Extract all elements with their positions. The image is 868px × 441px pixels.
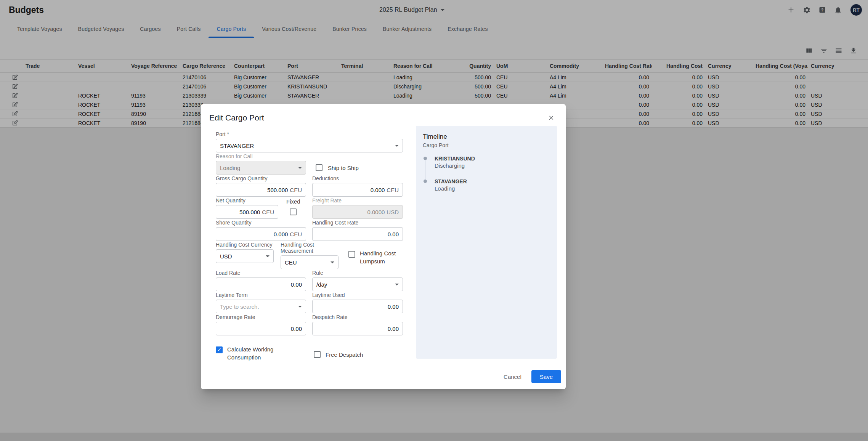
net-quantity-unit: CEU	[262, 209, 274, 215]
port-value: STAVANGER	[220, 143, 254, 149]
fixed-label: Fixed	[286, 197, 300, 205]
laytime-term-input[interactable]	[220, 303, 298, 310]
despatch-rate-field	[312, 322, 403, 335]
handling-cost-currency-select[interactable]: USD	[216, 249, 274, 263]
gross-cargo-quantity-unit: CEU	[290, 187, 302, 193]
net-quantity-label: Net Quantity	[216, 197, 278, 204]
rule-value: /day	[316, 281, 327, 288]
calculate-working-consumption-label: Calculate Working Consumption	[227, 345, 281, 361]
timeline-entries: KRISTIANSUNDDischargingSTAVANGERLoading	[423, 156, 550, 192]
net-quantity-input[interactable]	[220, 209, 260, 215]
shore-quantity-input[interactable]	[220, 231, 288, 237]
laytime-term-label: Laytime Term	[216, 292, 306, 298]
reason-for-call-select: Loading	[216, 161, 306, 175]
shore-quantity-label: Shore Quantity	[216, 220, 306, 226]
edit-cargo-port-dialog: Edit Cargo Port Port * STAVANGER Reason …	[201, 104, 566, 389]
rule-select[interactable]: /day	[312, 277, 403, 291]
despatch-rate-label: Despatch Rate	[312, 314, 403, 320]
timeline-dot-icon	[424, 180, 427, 183]
freight-rate-field: USD	[312, 205, 403, 219]
handling-cost-rate-field	[312, 227, 403, 241]
timeline-activity: Loading	[435, 185, 550, 192]
despatch-rate-input[interactable]	[316, 326, 399, 332]
handling-cost-measurement-label: Handling Cost Measurement	[281, 242, 339, 254]
cancel-button[interactable]: Cancel	[497, 370, 528, 383]
fixed-checkbox[interactable]	[290, 208, 297, 215]
gross-cargo-quantity-input[interactable]	[220, 187, 288, 193]
timeline-title: Timeline	[423, 133, 550, 141]
laytime-term-combobox[interactable]	[216, 300, 306, 313]
chevron-down-icon	[298, 167, 302, 169]
laytime-used-label: Laytime Used	[312, 292, 403, 298]
port-select[interactable]: STAVANGER	[216, 139, 403, 152]
timeline-subtitle: Cargo Port	[423, 142, 550, 149]
freight-rate-label: Freight Rate	[312, 197, 403, 204]
cargo-port-form: Port * STAVANGER Reason for Call Loading	[216, 126, 403, 361]
timeline-dot-icon	[424, 157, 427, 160]
rule-label: Rule	[312, 270, 403, 276]
handling-cost-lumpsum-label: Handling Cost Lumpsum	[360, 249, 403, 265]
close-button[interactable]	[546, 112, 557, 123]
shore-quantity-field: CEU	[216, 227, 306, 241]
timeline-entry: STAVANGERLoading	[423, 178, 550, 192]
handling-cost-rate-label: Handling Cost Rate	[312, 220, 403, 226]
timeline-activity: Discharging	[435, 162, 550, 169]
close-icon	[548, 114, 555, 121]
chevron-down-icon	[266, 255, 270, 257]
freight-rate-input	[316, 209, 385, 215]
demurrage-rate-input[interactable]	[220, 326, 302, 332]
dialog-header: Edit Cargo Port	[201, 104, 566, 123]
dialog-footer: Cancel Save	[497, 370, 561, 383]
reason-for-call-value: Loading	[220, 165, 240, 171]
dialog-body: Port * STAVANGER Reason for Call Loading	[201, 126, 566, 361]
handling-cost-currency-value: USD	[220, 253, 232, 260]
laytime-used-field	[312, 300, 403, 313]
load-rate-label: Load Rate	[216, 270, 306, 276]
timeline-entry: KRISTIANSUNDDischarging	[423, 156, 550, 169]
chevron-down-icon	[298, 306, 302, 308]
free-despatch-label: Free Despatch	[326, 351, 363, 359]
ship-to-ship-label: Ship to Ship	[328, 164, 359, 172]
net-quantity-field: CEU	[216, 205, 278, 219]
laytime-used-input[interactable]	[316, 303, 399, 310]
timeline-port: STAVANGER	[435, 178, 550, 185]
save-button[interactable]: Save	[531, 370, 561, 383]
dialog-title: Edit Cargo Port	[209, 112, 264, 123]
demurrage-rate-label: Demurrage Rate	[216, 314, 306, 320]
port-label: Port *	[216, 131, 403, 137]
deductions-label: Deductions	[312, 175, 403, 181]
shore-quantity-unit: CEU	[290, 231, 302, 237]
handling-cost-lumpsum-checkbox[interactable]	[348, 251, 355, 258]
load-rate-field	[216, 277, 306, 291]
chevron-down-icon	[395, 145, 399, 147]
timeline-port: KRISTIANSUND	[435, 156, 550, 162]
timeline-panel: Timeline Cargo Port KRISTIANSUNDDischarg…	[416, 126, 557, 359]
free-despatch-checkbox[interactable]	[314, 351, 321, 358]
deductions-input[interactable]	[316, 187, 385, 193]
chevron-down-icon	[331, 261, 334, 263]
handling-cost-currency-label: Handling Cost Currency	[216, 242, 274, 248]
handling-cost-measurement-value: CEU	[285, 259, 297, 266]
gross-cargo-quantity-field: CEU	[216, 183, 306, 197]
reason-for-call-label: Reason for Call	[216, 153, 306, 159]
demurrage-rate-field	[216, 322, 306, 335]
freight-rate-unit: USD	[387, 209, 399, 215]
load-rate-input[interactable]	[220, 281, 302, 288]
handling-cost-measurement-select[interactable]: CEU	[281, 255, 339, 269]
deductions-field: CEU	[312, 183, 403, 197]
calculate-working-consumption-checkbox[interactable]	[216, 346, 223, 353]
gross-cargo-quantity-label: Gross Cargo Quantity	[216, 175, 306, 181]
ship-to-ship-checkbox[interactable]	[316, 164, 322, 171]
handling-cost-rate-input[interactable]	[316, 231, 399, 237]
chevron-down-icon	[395, 284, 399, 285]
deductions-unit: CEU	[387, 187, 399, 193]
